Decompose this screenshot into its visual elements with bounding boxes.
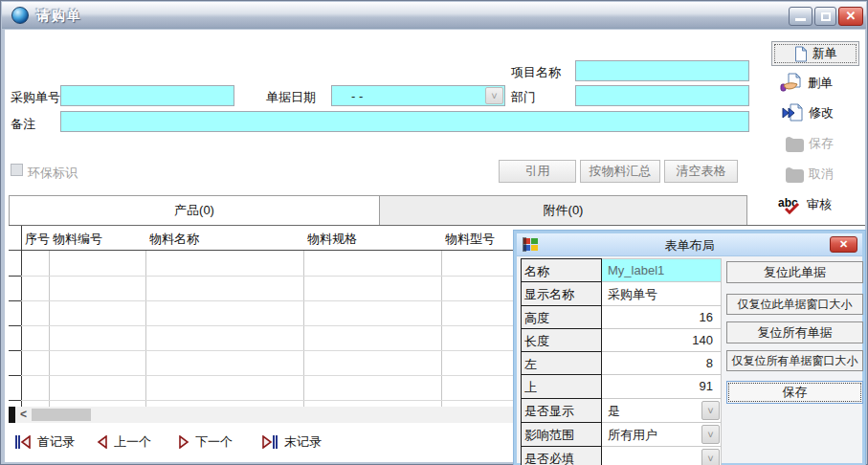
chevron-down-icon[interactable]: ˅ — [485, 87, 503, 104]
prop-value-top[interactable]: 91 — [602, 375, 722, 399]
last-record-button[interactable]: 末记录 — [261, 432, 322, 452]
modify-label: 修改 — [809, 104, 834, 122]
prop-label: 高度 — [521, 306, 602, 329]
project-name-label: 项目名称 — [511, 64, 561, 81]
row-selector-tick — [9, 276, 21, 277]
main-window: 请购单 ✕ 项目名称 采购单号 单据日期 - - ˅ 部门 备注 环保标识 引用… — [0, 0, 868, 465]
prop-value-scope[interactable]: 所有用户 ˅ — [602, 423, 722, 447]
col-header-spec[interactable]: 物料规格 — [307, 231, 357, 248]
prop-row-scope: 影响范围 所有用户 ˅ — [521, 423, 722, 447]
purchase-no-label: 采购单号 — [11, 89, 60, 106]
prev-record-icon — [97, 435, 108, 449]
prop-row-required: 是否必填 ˅ — [521, 447, 722, 465]
prop-value-visible[interactable]: 是 ˅ — [602, 399, 722, 423]
doc-date-combobox[interactable]: - - ˅ — [331, 85, 505, 106]
modify-icon — [782, 103, 805, 122]
prop-value-width[interactable]: 140 — [602, 329, 722, 352]
first-record-icon — [14, 435, 32, 449]
delete-doc-icon — [779, 73, 804, 94]
next-record-button[interactable]: 下一个 — [178, 432, 233, 452]
scrollbar-thumb[interactable] — [32, 409, 91, 421]
save-icon-disabled — [784, 134, 805, 153]
cancel-icon-disabled — [784, 165, 805, 184]
prop-row-top: 上 91 — [521, 375, 722, 399]
prev-record-label: 上一个 — [114, 433, 151, 451]
tab-products[interactable]: 产品(0) — [10, 196, 379, 225]
col-header-code[interactable]: 物料编号 — [53, 231, 102, 248]
prop-label: 显示名称 — [521, 282, 602, 306]
grid-line — [441, 251, 442, 407]
reset-all-docs-button[interactable]: 复位所有单据 — [726, 321, 863, 343]
purchase-no-input[interactable] — [60, 85, 234, 106]
next-record-label: 下一个 — [195, 433, 233, 451]
modify-button[interactable]: 修改 — [782, 103, 834, 122]
maximize-button[interactable] — [814, 7, 836, 26]
delete-doc-button[interactable]: 删单 — [779, 73, 833, 94]
minimize-button[interactable] — [789, 7, 812, 26]
prop-row-name: 名称 My_label1 — [521, 258, 722, 282]
project-name-input[interactable] — [575, 60, 749, 81]
scrollbar-stub — [9, 407, 15, 423]
new-doc-button[interactable]: 新单 — [771, 41, 859, 66]
grid-line — [303, 251, 304, 407]
first-record-button[interactable]: 首记录 — [14, 432, 75, 452]
col-header-name[interactable]: 物料名称 — [149, 231, 199, 248]
form-layout-dialog: 表单布局 ✕ 名称 My_label1 显示名称 采购单号 高度 16 长度 1… — [514, 231, 865, 465]
department-input[interactable] — [575, 85, 749, 106]
remark-label: 备注 — [11, 116, 35, 133]
save-button: 保存 — [784, 134, 834, 153]
col-header-model[interactable]: 物料型号 — [445, 231, 495, 248]
prop-value-required[interactable]: ˅ — [602, 447, 722, 465]
doc-date-label: 单据日期 — [266, 89, 316, 106]
close-icon: ✕ — [839, 9, 862, 23]
grid-line — [49, 251, 50, 407]
clear-table-button[interactable]: 清空表格 — [664, 160, 738, 183]
red-check-icon — [785, 203, 800, 214]
prop-value-left[interactable]: 8 — [602, 352, 722, 375]
dialog-title: 表单布局 — [517, 237, 862, 255]
close-button[interactable]: ✕ — [838, 7, 863, 26]
chevron-down-icon[interactable]: ˅ — [701, 401, 720, 420]
eco-checkbox[interactable] — [11, 164, 23, 176]
prop-row-width: 长度 140 — [521, 329, 722, 352]
chevron-down-icon[interactable]: ˅ — [701, 449, 720, 465]
prop-value-name[interactable]: My_label1 — [602, 258, 722, 282]
title-bar: 请购单 ✕ — [2, 2, 866, 29]
dropdown-selected-value: 是 — [608, 404, 620, 418]
reset-this-doc-size-button[interactable]: 仅复位此单据窗口大小 — [726, 294, 863, 315]
scroll-left-icon[interactable]: < — [20, 408, 27, 421]
prop-label: 长度 — [521, 329, 602, 352]
chevron-down-icon[interactable]: ˅ — [701, 425, 720, 444]
dialog-save-button[interactable]: 保存 — [726, 381, 863, 404]
reference-button[interactable]: 引用 — [499, 160, 576, 183]
row-selector-tick — [9, 350, 21, 351]
row-selector-tick — [9, 375, 21, 376]
remark-input[interactable] — [60, 111, 749, 132]
app-icon — [11, 7, 29, 24]
grid-line — [21, 226, 22, 407]
prop-row-visible: 是否显示 是 ˅ — [521, 399, 722, 423]
tab-attachments[interactable]: 附件(0) — [379, 196, 746, 225]
prop-row-display-name: 显示名称 采购单号 — [521, 282, 722, 306]
audit-abc-icon: abc — [778, 196, 803, 213]
window-title: 请购单 — [36, 8, 82, 25]
next-record-icon — [178, 435, 189, 449]
prop-label: 左 — [521, 352, 602, 375]
row-selector-tick — [9, 300, 21, 301]
prop-value-height[interactable]: 16 — [602, 306, 722, 329]
dialog-title-bar: 表单布局 ✕ — [517, 233, 862, 256]
dialog-close-button[interactable]: ✕ — [830, 236, 857, 253]
cancel-button: 取消 — [784, 165, 834, 184]
first-record-label: 首记录 — [37, 433, 75, 451]
prop-label: 名称 — [521, 258, 602, 282]
prev-record-button[interactable]: 上一个 — [97, 432, 151, 452]
prop-value-display-name[interactable]: 采购单号 — [602, 282, 722, 306]
summary-by-material-button[interactable]: 按物料汇总 — [580, 160, 660, 183]
col-header-seq[interactable]: 序号 — [25, 231, 50, 248]
row-selector-tick — [9, 325, 21, 326]
reset-all-docs-size-button[interactable]: 仅复位所有单据窗口大小 — [726, 350, 863, 371]
reset-this-doc-button[interactable]: 复位此单据 — [726, 261, 863, 283]
new-doc-label: 新单 — [812, 45, 837, 62]
new-page-icon — [794, 46, 808, 62]
audit-button[interactable]: abc 审核 — [778, 196, 832, 213]
